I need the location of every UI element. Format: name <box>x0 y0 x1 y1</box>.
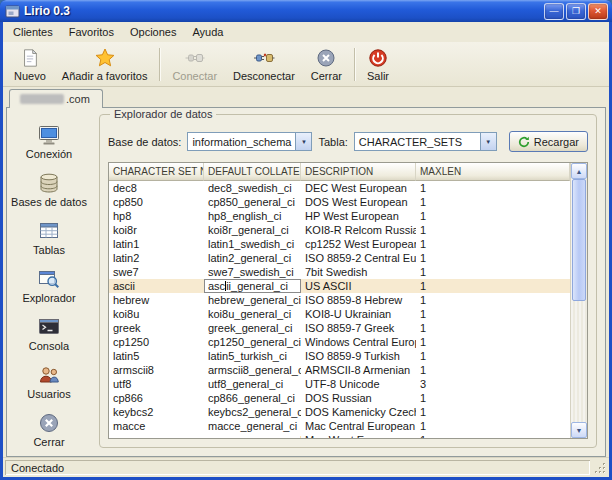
close-connection-button-label: Cerrar <box>311 70 342 82</box>
table-row[interactable]: armscii8armscii8_general_ciARMSCII-8 Arm… <box>109 363 570 377</box>
sidebar-item-label: Bases de datos <box>11 196 87 208</box>
toolbar: Nuevo Añadir a favoritos Conectar Descon <box>3 42 609 87</box>
toolbar-separator <box>159 48 160 81</box>
table-row[interactable]: latin2latin2_general_ciISO 8859-2 Centra… <box>109 251 570 265</box>
sidebar-item-connection[interactable]: Conexión <box>7 118 91 166</box>
table-cell: cp1250 <box>109 335 204 349</box>
sidebar-item-users[interactable]: Usuarios <box>7 358 91 406</box>
vertical-scrollbar[interactable]: ▲ ▼ <box>570 163 587 438</box>
add-favorite-button[interactable]: Añadir a favoritos <box>55 44 155 85</box>
table-row[interactable]: cp866cp866_general_ciDOS Russian1 <box>109 391 570 405</box>
scroll-up-icon[interactable]: ▲ <box>571 163 587 179</box>
table-cell: 3 <box>416 377 570 391</box>
table-body: dec8dec8_swedish_ciDEC West European1cp8… <box>109 181 570 438</box>
sidebar-item-tables[interactable]: Tablas <box>7 214 91 262</box>
menu-clientes[interactable]: Clientes <box>5 24 61 40</box>
chevron-down-icon[interactable]: ▼ <box>295 133 311 150</box>
table-row[interactable]: hp8hp8_english_ciHP West European1 <box>109 209 570 223</box>
table-cell: DOS Kamenicky Czech-Slovak <box>301 405 416 419</box>
toolbar-separator <box>354 48 355 81</box>
reload-button[interactable]: Recargar <box>509 131 588 152</box>
cell-edit-box[interactable]: ascii_general_ci <box>204 279 301 293</box>
new-button[interactable]: Nuevo <box>7 44 53 85</box>
sidebar-item-close[interactable]: Cerrar <box>7 406 91 454</box>
table-select-value: CHARACTER_SETS <box>355 136 480 148</box>
table-row[interactable]: cp850cp850_general_ciDOS West European1 <box>109 195 570 209</box>
console-icon <box>37 315 61 339</box>
tab-connection[interactable]: .com <box>9 89 103 108</box>
menu-favoritos[interactable]: Favoritos <box>61 24 122 40</box>
database-select[interactable]: information_schema ▼ <box>187 132 312 151</box>
column-header[interactable]: MAXLEN <box>416 163 570 181</box>
window-title: Lirio 0.3 <box>24 4 540 18</box>
table-row[interactable]: dec8dec8_swedish_ciDEC West European1 <box>109 181 570 195</box>
table-cell: cp850 <box>109 195 204 209</box>
table-row[interactable]: maccemacce_general_ciMac Central Europea… <box>109 419 570 433</box>
sidebar-item-explorer[interactable]: Explorador <box>7 262 91 310</box>
table-cell: latin1 <box>109 237 204 251</box>
table-cell: cp866 <box>109 391 204 405</box>
table-select[interactable]: CHARACTER_SETS ▼ <box>354 132 497 151</box>
database-select-value: information_schema <box>188 136 295 148</box>
table-row[interactable]: koi8rkoi8r_general_ciKOI8-R Relcom Russi… <box>109 223 570 237</box>
resize-grip[interactable] <box>592 460 607 475</box>
table-row[interactable]: asciiascii_general_ciUS ASCII1 <box>109 279 570 293</box>
maximize-button[interactable]: ❐ <box>566 3 586 20</box>
sidebar-item-databases[interactable]: Bases de datos <box>7 166 91 214</box>
table-cell: koi8r_general_ci <box>204 223 301 237</box>
table-cell: macroman <box>109 433 204 438</box>
table-cell: 1 <box>416 307 570 321</box>
sidebar-item-label: Usuarios <box>27 388 70 400</box>
table-cell: latin5 <box>109 349 204 363</box>
table-cell: 1 <box>416 419 570 433</box>
scrollbar-thumb[interactable] <box>572 179 586 301</box>
connect-button: Conectar <box>165 44 224 85</box>
table-cell: 1 <box>416 391 570 405</box>
close-button[interactable]: ✕ <box>588 3 608 20</box>
table-label: Tabla: <box>318 136 347 148</box>
table-row[interactable]: cp1250cp1250_general_ciWindows Central E… <box>109 335 570 349</box>
exit-button[interactable]: Salir <box>360 44 396 85</box>
chevron-down-icon[interactable]: ▼ <box>480 133 496 150</box>
app-window: Lirio 0.3 — ❐ ✕ Clientes Favoritos Opcio… <box>0 0 612 480</box>
disconnect-button-label: Desconectar <box>233 70 295 82</box>
table-cell: 1 <box>416 209 570 223</box>
minimize-button[interactable]: — <box>544 3 564 20</box>
disconnect-button[interactable]: Desconectar <box>226 44 302 85</box>
table-cell: hebrew_general_ci <box>204 293 301 307</box>
table-cell: hebrew <box>109 293 204 307</box>
table-row[interactable]: hebrewhebrew_general_ciISO 8859-8 Hebrew… <box>109 293 570 307</box>
close-connection-button[interactable]: Cerrar <box>304 44 349 85</box>
column-header[interactable]: CHARACTER SET NAME <box>109 163 204 181</box>
table-row[interactable]: koi8ukoi8u_general_ciKOI8-U Ukrainian1 <box>109 307 570 321</box>
table-row[interactable]: greekgreek_general_ciISO 8859-7 Greek1 <box>109 321 570 335</box>
titlebar[interactable]: Lirio 0.3 — ❐ ✕ <box>0 0 612 22</box>
add-favorite-button-label: Añadir a favoritos <box>62 70 148 82</box>
column-header[interactable]: DEFAULT COLLATE NAME <box>204 163 301 181</box>
table-cell: keybcs2 <box>109 405 204 419</box>
scrollbar-track[interactable] <box>571 179 587 422</box>
table-row[interactable]: utf8utf8_general_ciUTF-8 Unicode3 <box>109 377 570 391</box>
status-field: Conectado <box>5 460 590 475</box>
close-circle-icon <box>37 411 61 435</box>
scroll-down-icon[interactable]: ▼ <box>571 422 587 438</box>
table-cell: 1 <box>416 321 570 335</box>
table-cell: ISO 8859-7 Greek <box>301 321 416 335</box>
menu-ayuda[interactable]: Ayuda <box>184 24 231 40</box>
menu-opciones[interactable]: Opciones <box>122 24 184 40</box>
sidebar-item-label: Consola <box>29 340 69 352</box>
table-row[interactable]: swe7swe7_swedish_ci7bit Swedish1 <box>109 265 570 279</box>
table-row[interactable]: latin5latin5_turkish_ciISO 8859-9 Turkis… <box>109 349 570 363</box>
table-row[interactable]: keybcs2keybcs2_general_ciDOS Kamenicky C… <box>109 405 570 419</box>
column-header[interactable]: DESCRIPTION <box>301 163 416 181</box>
table-cell: ascii <box>109 279 204 293</box>
table-cell: hp8_english_ci <box>204 209 301 223</box>
table-cell: DOS West European <box>301 195 416 209</box>
monitor-icon <box>37 123 61 147</box>
table-cell: ARMSCII-8 Armenian <box>301 363 416 377</box>
table-row[interactable]: latin1latin1_swedish_cicp1252 West Europ… <box>109 237 570 251</box>
connect-button-label: Conectar <box>172 70 217 82</box>
table-cell: keybcs2_general_ci <box>204 405 301 419</box>
sidebar-item-console[interactable]: Consola <box>7 310 91 358</box>
table-row[interactable]: macromanmacroman_general_ciMac West Euro… <box>109 433 570 438</box>
